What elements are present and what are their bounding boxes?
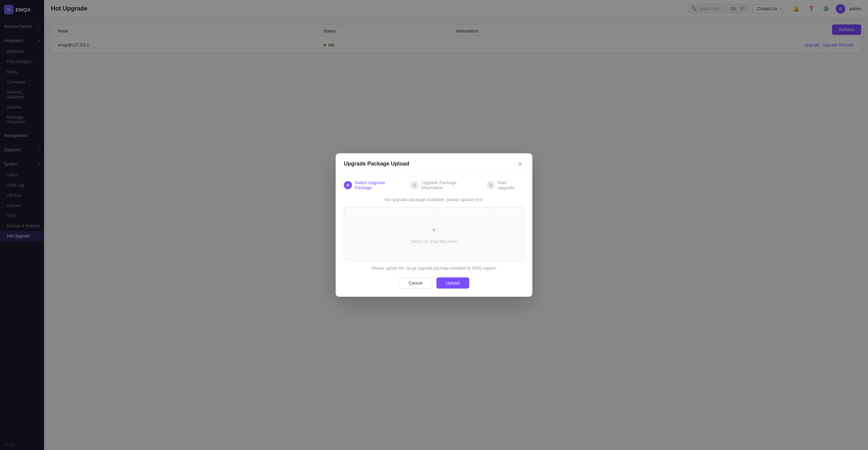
upload-plus-icon: + <box>431 224 437 235</box>
upgrade-package-upload-modal: Upgrade Package Upload ✕ Select Upgrade … <box>336 153 532 297</box>
modal-header: Upgrade Package Upload ✕ <box>336 153 532 173</box>
step-2-circle: 2 <box>410 181 418 189</box>
modal-overlay[interactable]: Upgrade Package Upload ✕ Select Upgrade … <box>0 0 868 450</box>
step-3: 3 Start Upgrade <box>487 180 524 190</box>
upload-hint-text: Please upload the .tar.gz upgrade packag… <box>344 266 524 271</box>
file-upload-zone[interactable]: + Select or drag files here <box>344 207 524 261</box>
step-2-label: Upgrade Package Information <box>421 180 478 190</box>
step-2-number: 2 <box>413 183 415 187</box>
step-1: Select Upgrade Package <box>344 180 402 190</box>
step-1-circle <box>344 181 352 189</box>
step-3-circle: 3 <box>487 181 495 189</box>
step-3-label: Start Upgrade <box>497 180 524 190</box>
cancel-button[interactable]: Cancel <box>399 277 432 289</box>
step-2: 2 Upgrade Package Information <box>410 180 478 190</box>
upload-zone-text: Select or drag files here <box>411 239 457 244</box>
step-3-number: 3 <box>490 183 492 187</box>
no-package-message: No upgrade package available, please upl… <box>344 197 524 202</box>
step-1-label: Select Upgrade Package <box>355 180 402 190</box>
steps-indicator: Select Upgrade Package 2 Upgrade Package… <box>344 180 524 190</box>
modal-close-button[interactable]: ✕ <box>515 159 524 168</box>
upload-button[interactable]: Upload <box>436 277 469 289</box>
modal-body: Select Upgrade Package 2 Upgrade Package… <box>336 173 532 297</box>
modal-title: Upgrade Package Upload <box>344 161 409 167</box>
modal-footer: Cancel Upload <box>344 277 524 289</box>
